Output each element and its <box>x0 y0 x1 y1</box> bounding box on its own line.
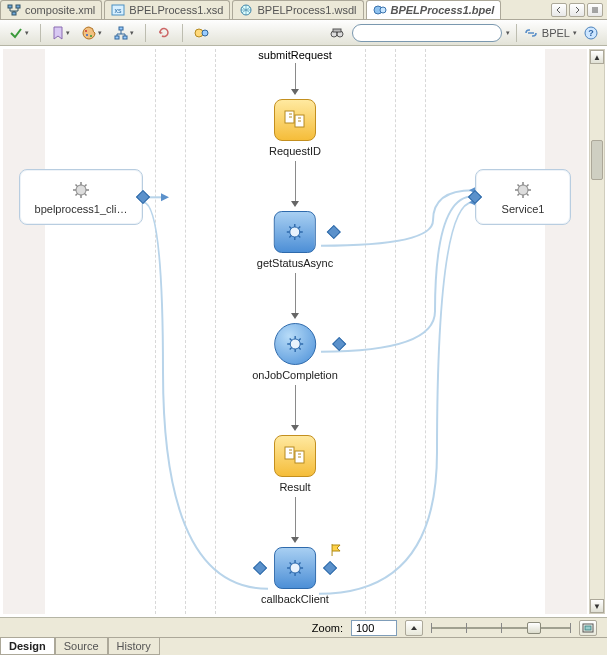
dropdown-icon: ▾ <box>66 29 70 37</box>
separator <box>145 24 146 42</box>
left-lane-shade <box>3 49 45 614</box>
tab-bpel-process[interactable]: BPELProcess1.bpel <box>366 0 502 19</box>
separator <box>182 24 183 42</box>
partner-link-client[interactable]: bpelprocess1_cli… <box>19 169 143 225</box>
dropdown-icon: ▾ <box>25 29 29 37</box>
tab-label: BPELProcess1.bpel <box>391 4 495 16</box>
zoom-slider[interactable] <box>431 621 571 635</box>
svg-text:xs: xs <box>115 7 123 14</box>
svg-marker-27 <box>291 89 299 95</box>
flow-arrow <box>291 497 299 543</box>
slider-tick <box>570 623 571 633</box>
activity-on-job-completion[interactable]: onJobCompletion <box>252 323 338 381</box>
scroll-thumb[interactable] <box>591 140 603 180</box>
svg-point-9 <box>86 34 88 36</box>
palette-button[interactable]: ▾ <box>79 24 105 42</box>
debug-button[interactable] <box>191 24 213 42</box>
activity-port[interactable] <box>332 337 346 351</box>
svg-rect-18 <box>333 29 341 32</box>
svg-rect-11 <box>119 27 123 30</box>
svg-rect-13 <box>123 36 127 39</box>
scroll-down-arrow[interactable]: ▼ <box>590 599 604 613</box>
validate-button[interactable]: ▾ <box>6 24 32 42</box>
separator <box>40 24 41 42</box>
guideline <box>425 49 426 614</box>
tab-label: BPELProcess1.xsd <box>129 4 223 16</box>
tab-nav-next[interactable] <box>569 3 585 17</box>
activity-label: onJobCompletion <box>252 369 338 381</box>
svg-marker-34 <box>291 425 299 431</box>
tab-bpel-wsdl[interactable]: BPELProcess1.wsdl <box>232 0 363 19</box>
activity-result[interactable]: Result <box>274 435 316 493</box>
zoom-fit[interactable] <box>579 620 597 636</box>
partner-label: bpelprocess1_cli… <box>35 203 128 215</box>
tab-list-menu[interactable] <box>587 3 603 17</box>
svg-point-8 <box>85 30 87 32</box>
zoom-label: Zoom: <box>312 622 343 634</box>
activity-port[interactable] <box>323 561 337 575</box>
tab-bpel-xsd[interactable]: xs BPELProcess1.xsd <box>104 0 230 19</box>
check-icon <box>9 26 23 40</box>
flow-arrow <box>291 63 299 95</box>
assign-icon <box>283 445 307 467</box>
slider-tick <box>466 623 467 633</box>
activity-get-status-async[interactable]: getStatusAsync <box>257 211 333 269</box>
dropdown-icon: ▾ <box>98 29 102 37</box>
scroll-up-arrow[interactable]: ▲ <box>590 50 604 64</box>
guideline <box>395 49 396 614</box>
gear-icon <box>284 221 306 243</box>
activity-label: submitRequest <box>258 49 331 61</box>
refresh-icon <box>157 26 171 40</box>
bookmark-icon <box>52 26 64 40</box>
right-lane-shade <box>545 49 587 614</box>
slider-tick <box>431 623 432 633</box>
activity-label: getStatusAsync <box>257 257 333 269</box>
svg-point-15 <box>202 30 208 36</box>
refresh-button[interactable] <box>154 24 174 42</box>
zoom-input[interactable] <box>351 620 397 636</box>
tab-composite-xml[interactable]: composite.xml <box>0 0 102 19</box>
view-label: BPEL <box>542 27 570 39</box>
activity-port[interactable] <box>327 225 341 239</box>
activity-callback-client[interactable]: callbackClient <box>261 547 329 605</box>
warning-flag-icon <box>329 543 343 557</box>
guideline <box>365 49 366 614</box>
partner-link-service1[interactable]: Service1 <box>475 169 571 225</box>
flow-arrow <box>291 385 299 431</box>
search-input[interactable] <box>352 24 502 42</box>
find-button[interactable] <box>326 24 348 42</box>
guideline <box>155 49 156 614</box>
activity-request-id[interactable]: RequestID <box>269 99 321 157</box>
view-switcher[interactable]: BPEL ▾ <box>523 27 577 39</box>
guideline <box>215 49 216 614</box>
activity-label: callbackClient <box>261 593 329 605</box>
partner-label: Service1 <box>502 203 545 215</box>
svg-rect-12 <box>115 36 119 39</box>
slider-knob[interactable] <box>527 622 541 634</box>
bookmark-button[interactable]: ▾ <box>49 24 73 42</box>
binoculars-icon <box>329 26 345 40</box>
activity-port[interactable] <box>253 561 267 575</box>
flow-arrow <box>291 273 299 319</box>
editor-toolbar: ▾ ▾ ▾ ▾ ▾ BPEL ▾ ? <box>0 20 607 46</box>
help-button[interactable]: ? <box>581 24 601 42</box>
zoom-step-up[interactable] <box>405 620 423 636</box>
vertical-scrollbar[interactable]: ▲ ▼ <box>589 49 605 614</box>
gear-icon <box>513 180 533 200</box>
search-dropdown-icon[interactable]: ▾ <box>506 29 510 37</box>
gear-icon <box>71 180 91 200</box>
partner-port[interactable] <box>468 190 482 204</box>
subtab-source[interactable]: Source <box>55 638 108 655</box>
subtab-history[interactable]: History <box>108 638 160 655</box>
tab-nav-prev[interactable] <box>551 3 567 17</box>
tab-nav <box>551 0 607 19</box>
debug-icon <box>194 26 210 40</box>
subtab-design[interactable]: Design <box>0 638 55 655</box>
svg-marker-21 <box>161 193 169 201</box>
diagram-canvas[interactable]: bpelprocess1_cli… Service1 submitRequest <box>3 49 587 614</box>
svg-rect-2 <box>12 12 16 15</box>
slider-tick <box>501 623 502 633</box>
bpel-icon <box>373 4 387 16</box>
layout-button[interactable]: ▾ <box>111 24 137 42</box>
partner-port[interactable] <box>136 190 150 204</box>
